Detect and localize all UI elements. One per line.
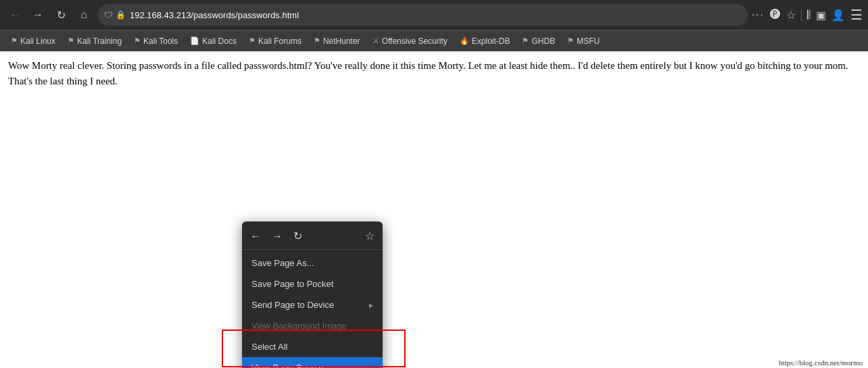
kali-docs-icon: 📄 bbox=[190, 36, 199, 45]
kali-forums-icon: ⚑ bbox=[249, 36, 256, 45]
ctx-item-label: Save Page to Pocket bbox=[251, 279, 373, 289]
menu-icon[interactable]: ☰ bbox=[850, 7, 863, 23]
nethunter-icon: ⚑ bbox=[314, 36, 320, 45]
ctx-item-label: Save Page As... bbox=[251, 258, 373, 268]
status-bar: https://blog.csdn.net/mormo bbox=[773, 357, 868, 368]
bookmark-label: Offensive Security bbox=[382, 36, 448, 46]
forward-button[interactable]: → bbox=[28, 5, 47, 24]
profile-icon[interactable]: 👤 bbox=[831, 9, 845, 22]
shield-icon: 🛡 bbox=[104, 10, 113, 20]
ctx-star-icon[interactable]: ☆ bbox=[365, 230, 375, 242]
nav-bar: ← → ↻ ⌂ 🛡 🔒 ··· 🅟 ☆ 𝄃𝄄 ▣ 👤 ☰ bbox=[0, 0, 868, 30]
kali-tools-icon: ⚑ bbox=[134, 36, 141, 45]
bookmark-label: GHDB bbox=[531, 36, 555, 46]
ctx-forward-icon[interactable]: → bbox=[272, 230, 283, 242]
page-content: Wow Morty real clever. Storing passwords… bbox=[0, 51, 868, 368]
ctx-select-all[interactable]: Select All bbox=[242, 336, 383, 357]
bookmark-label: NetHunter bbox=[323, 36, 360, 46]
reload-button[interactable]: ↻ bbox=[51, 5, 70, 24]
home-button[interactable]: ⌂ bbox=[74, 5, 93, 24]
ctx-reload-icon[interactable]: ↻ bbox=[293, 230, 302, 242]
bookmarks-bar: ⚑ Kali Linux ⚑ Kali Training ⚑ Kali Tool… bbox=[0, 30, 868, 51]
separator bbox=[801, 8, 802, 22]
bookmark-msfu[interactable]: ⚑ MSFU bbox=[562, 34, 605, 49]
sidebar-icon[interactable]: ▣ bbox=[816, 9, 826, 22]
exploit-db-icon: 🔥 bbox=[460, 36, 469, 45]
ctx-save-to-pocket[interactable]: Save Page to Pocket bbox=[242, 273, 383, 294]
ctx-item-label: View Background Image bbox=[251, 321, 373, 331]
ctx-item-label: Select All bbox=[251, 342, 373, 352]
ctx-arrow-icon: ▸ bbox=[369, 300, 373, 310]
ghdb-icon: ⚑ bbox=[522, 36, 529, 45]
back-button[interactable]: ← bbox=[5, 5, 24, 24]
bookmark-kali-tools[interactable]: ⚑ Kali Tools bbox=[128, 34, 183, 49]
star-icon[interactable]: ☆ bbox=[786, 9, 796, 22]
lock-icon: 🔒 bbox=[116, 10, 126, 20]
ctx-item-label: Send Page to Device bbox=[251, 300, 369, 310]
ctx-view-page-source[interactable]: View Page Source bbox=[242, 357, 383, 368]
page-text: Wow Morty real clever. Storing passwords… bbox=[8, 58, 860, 88]
kali-training-icon: ⚑ bbox=[68, 36, 74, 45]
context-menu: ← → ↻ ☆ Save Page As... Save Page to Poc… bbox=[242, 221, 383, 368]
context-menu-header: ← → ↻ ☆ bbox=[242, 226, 383, 250]
bookmark-kali-forums[interactable]: ⚑ Kali Forums bbox=[243, 34, 307, 49]
context-menu-nav-icons: ← → ↻ bbox=[250, 230, 302, 242]
address-bar-container: 🛡 🔒 bbox=[97, 4, 748, 26]
library-icon[interactable]: 𝄃𝄄 bbox=[807, 8, 811, 22]
bookmark-label: Kali Linux bbox=[20, 36, 55, 46]
kali-linux-icon: ⚑ bbox=[11, 36, 18, 45]
bookmark-offensive-security[interactable]: ⚔ Offensive Security bbox=[367, 34, 453, 49]
bookmark-kali-training[interactable]: ⚑ Kali Training bbox=[62, 34, 127, 49]
address-bar-icons: 🛡 🔒 bbox=[104, 10, 126, 20]
msfu-icon: ⚑ bbox=[567, 36, 574, 45]
status-url: https://blog.csdn.net/mormo bbox=[779, 359, 863, 367]
ctx-send-page-to-device[interactable]: Send Page to Device ▸ bbox=[242, 294, 383, 315]
bookmark-label: Kali Training bbox=[77, 36, 122, 46]
bookmark-label: MSFU bbox=[577, 36, 600, 46]
ctx-save-page-as[interactable]: Save Page As... bbox=[242, 253, 383, 273]
offensive-security-icon: ⚔ bbox=[372, 36, 379, 45]
bookmark-label: Exploit-DB bbox=[472, 36, 510, 46]
ctx-back-icon[interactable]: ← bbox=[250, 230, 261, 242]
address-input[interactable] bbox=[130, 10, 741, 20]
bookmark-label: Kali Forums bbox=[258, 36, 302, 46]
pocket-icon[interactable]: 🅟 bbox=[770, 9, 781, 21]
bookmark-kali-docs[interactable]: 📄 Kali Docs bbox=[185, 34, 242, 49]
bookmark-ghdb[interactable]: ⚑ GHDB bbox=[516, 34, 560, 49]
bookmark-nethunter[interactable]: ⚑ NetHunter bbox=[308, 34, 366, 49]
bookmark-label: Kali Tools bbox=[143, 36, 178, 46]
bookmark-kali-linux[interactable]: ⚑ Kali Linux bbox=[5, 34, 61, 49]
more-button[interactable]: ··· bbox=[752, 9, 765, 21]
bookmark-exploit-db[interactable]: 🔥 Exploit-DB bbox=[454, 34, 516, 49]
browser-window: ← → ↻ ⌂ 🛡 🔒 ··· 🅟 ☆ 𝄃𝄄 ▣ 👤 ☰ ⚑ Kali Linu… bbox=[0, 0, 868, 368]
nav-right-icons: ··· 🅟 ☆ 𝄃𝄄 ▣ 👤 ☰ bbox=[752, 7, 863, 23]
ctx-item-label: View Page Source bbox=[251, 363, 373, 368]
bookmark-label: Kali Docs bbox=[202, 36, 237, 46]
ctx-view-background-image: View Background Image bbox=[242, 315, 383, 336]
